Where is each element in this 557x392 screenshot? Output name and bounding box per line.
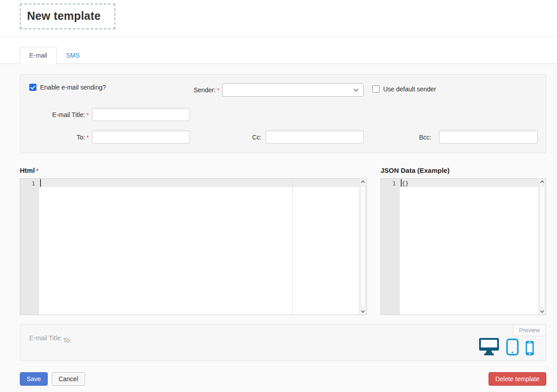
required-marker: *: [217, 87, 219, 94]
cc-label: Cc:: [214, 134, 262, 141]
scrollbar-thumb[interactable]: [360, 186, 366, 307]
title-box: New template: [20, 4, 115, 29]
required-marker: *: [86, 134, 89, 141]
json-code-content: {}: [402, 179, 409, 188]
json-editor-label: JSON Data (Example): [380, 167, 546, 174]
phone-icon[interactable]: [525, 341, 534, 357]
html-editor-section: Html* 1: [20, 167, 367, 315]
preview-email-title-label: E-mail Title:: [29, 334, 62, 342]
required-marker: *: [86, 112, 89, 118]
json-code-area[interactable]: {}: [400, 179, 546, 315]
scroll-up-icon[interactable]: [539, 180, 545, 184]
bcc-field[interactable]: [439, 131, 538, 144]
email-title-field[interactable]: [92, 108, 190, 121]
preview-device-switcher: [479, 338, 534, 357]
tab-email[interactable]: E-mail: [20, 47, 57, 64]
html-editor-scrollbar[interactable]: [359, 179, 367, 315]
json-editor-scrollbar[interactable]: [538, 179, 546, 315]
use-default-sender-checkbox[interactable]: [372, 86, 380, 93]
json-editor-section: JSON Data (Example) 1 {}: [380, 167, 546, 315]
scroll-down-icon[interactable]: [539, 310, 545, 313]
delete-template-button[interactable]: Delete template: [489, 372, 546, 386]
html-code-area[interactable]: [39, 179, 367, 315]
email-title-label: E-mail Title:*: [20, 111, 89, 118]
tab-bar: E-mail SMS: [0, 47, 557, 64]
html-code-editor[interactable]: 1: [20, 178, 367, 315]
to-label: To:*: [20, 134, 89, 141]
print-margin-line: [292, 179, 293, 315]
tab-sms[interactable]: SMS: [57, 47, 89, 64]
email-settings-panel: Enable e-mail sending? Sender:* Use defa…: [20, 74, 546, 153]
line-number-gutter: 1: [381, 179, 400, 315]
required-marker: *: [36, 167, 38, 174]
form-actions: Save Cancel Delete template: [20, 372, 546, 392]
tab-strip-spacer: [0, 37, 557, 47]
use-default-sender-label: Use default sender: [383, 86, 436, 93]
html-editor-label: Html*: [20, 167, 367, 174]
cc-field[interactable]: [266, 131, 364, 144]
line-number: 1: [381, 179, 396, 188]
page-header: New template: [0, 0, 557, 29]
scrollbar-thumb[interactable]: [539, 186, 545, 307]
text-caret: [40, 179, 41, 187]
sender-select[interactable]: [222, 83, 364, 97]
json-code-editor[interactable]: 1 {}: [380, 178, 546, 315]
preview-to-label: To:: [63, 337, 72, 344]
scroll-up-icon[interactable]: [360, 180, 366, 184]
enable-email-sending-label: Enable e-mail sending?: [40, 84, 106, 91]
header-divider: [0, 29, 557, 37]
active-line-highlight: [400, 179, 538, 187]
code-editors-row: Html* 1: [20, 167, 546, 315]
scroll-down-icon[interactable]: [360, 310, 366, 313]
to-field[interactable]: [92, 131, 190, 144]
line-number: 1: [20, 179, 35, 188]
page-title: New template: [27, 9, 101, 22]
line-number-gutter: 1: [20, 179, 39, 315]
email-preview-panel: Preview E-mail Title: To:: [20, 324, 546, 361]
cancel-button[interactable]: Cancel: [52, 372, 85, 386]
enable-email-sending-checkbox[interactable]: [29, 84, 36, 91]
bcc-label: Bcc:: [377, 134, 431, 141]
email-tab-panel: Enable e-mail sending? Sender:* Use defa…: [0, 64, 557, 392]
desktop-icon[interactable]: [479, 338, 499, 357]
tablet-icon[interactable]: [506, 338, 519, 357]
active-line-highlight: [39, 179, 359, 187]
save-button[interactable]: Save: [20, 372, 48, 386]
preview-button[interactable]: Preview: [513, 324, 546, 336]
enable-email-sending-group: Enable e-mail sending?: [29, 84, 106, 91]
chevron-down-icon: [353, 88, 359, 92]
use-default-sender-group: Use default sender: [372, 86, 436, 93]
sender-label: Sender:*: [155, 86, 219, 94]
